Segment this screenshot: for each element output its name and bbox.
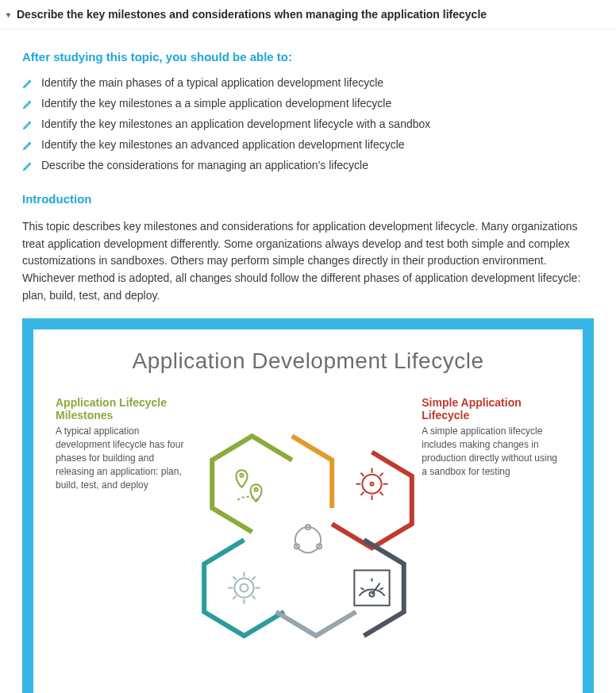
list-item: Identify the main phases of a typical ap… bbox=[22, 76, 594, 89]
objective-text: Identify the main phases of a typical ap… bbox=[41, 76, 383, 89]
quad-top-left: Application Lifecycle Milestones A typic… bbox=[52, 388, 306, 609]
diagram-title: Application Development Lifecycle bbox=[52, 348, 564, 374]
quad-bottom-left: Application Lifecycle with Sandbox A san… bbox=[52, 612, 306, 693]
pencil-icon bbox=[22, 98, 33, 110]
diagram-frame: Application Development Lifecycle bbox=[22, 318, 594, 693]
quad-top-right: Simple Application Lifecycle A simple ap… bbox=[310, 388, 564, 609]
quad-desc: A typical application development lifecy… bbox=[56, 425, 194, 491]
pencil-icon bbox=[22, 119, 33, 130]
intro-heading: Introduction bbox=[22, 192, 594, 206]
objective-text: Identify the key milestones an advanced … bbox=[41, 138, 405, 151]
list-item: Identify the key milestones a a simple a… bbox=[22, 97, 594, 110]
quad-title: Simple Application Lifecycle bbox=[422, 396, 560, 422]
pencil-icon bbox=[22, 140, 33, 151]
intro-paragraph: This topic describes key milestones and … bbox=[22, 218, 594, 304]
topic-header[interactable]: ▾ Describe the key milestones and consid… bbox=[0, 0, 616, 29]
objective-text: Describe the considerations for managing… bbox=[41, 159, 368, 171]
list-item: Identify the key milestones an advanced … bbox=[22, 138, 594, 151]
quad-bottom-right: Advanced Application Lifecycle In an adv… bbox=[310, 612, 564, 693]
objective-text: Identify the key milestones an applicati… bbox=[41, 117, 430, 130]
diagram-inner: Application Development Lifecycle bbox=[33, 329, 583, 693]
quad-grid: Application Lifecycle Milestones A typic… bbox=[52, 388, 564, 693]
content-section: After studying this topic, you should be… bbox=[0, 50, 616, 693]
pencil-icon bbox=[22, 78, 33, 89]
quad-desc: A simple application lifecycle includes … bbox=[422, 425, 560, 478]
caret-down-icon: ▾ bbox=[6, 10, 10, 19]
list-item: Describe the considerations for managing… bbox=[22, 159, 594, 171]
objectives-list: Identify the main phases of a typical ap… bbox=[22, 76, 594, 171]
objective-text: Identify the key milestones a a simple a… bbox=[41, 97, 391, 110]
topic-title: Describe the key milestones and consider… bbox=[17, 8, 487, 21]
objectives-heading: After studying this topic, you should be… bbox=[22, 50, 594, 64]
quad-title: Application Lifecycle Milestones bbox=[56, 396, 194, 422]
pencil-icon bbox=[22, 160, 33, 171]
list-item: Identify the key milestones an applicati… bbox=[22, 117, 594, 130]
